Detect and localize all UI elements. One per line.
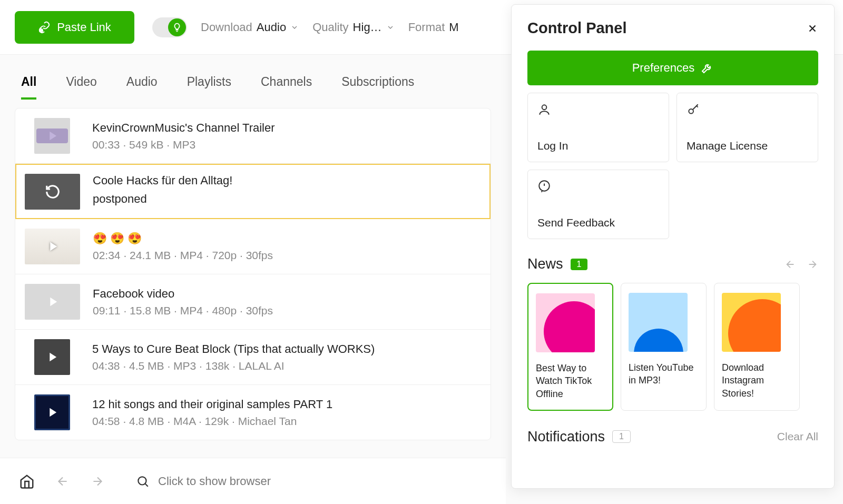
home-icon [19,473,35,489]
close-icon [807,23,818,34]
download-mode-select[interactable]: Download Audio [201,21,299,34]
wrench-icon [701,62,713,74]
item-meta: 02:34 · 24.1 MB · MP4 · 720p · 30fps [93,249,481,262]
link-icon [38,21,51,34]
retry-icon [45,184,61,200]
clear-all-button[interactable]: Clear All [777,430,818,443]
quality-label: Quality [312,21,348,34]
item-title: KevinCrownMusic's Channel Trailer [92,121,481,136]
item-subtitle: postponed [93,192,481,207]
license-label: Manage License [687,140,808,152]
play-icon [45,239,60,254]
preferences-label: Preferences [632,61,695,75]
chevron-down-icon [290,23,299,32]
preferences-button[interactable]: Preferences [527,51,818,85]
list-item[interactable]: Coole Hacks für den Alltag! postponed [15,164,491,219]
download-value: Audio [257,21,286,34]
panel-title: Control Panel [527,19,627,37]
play-icon [45,350,60,364]
news-card-text: Download Instagram Stories! [722,361,792,400]
item-body: KevinCrownMusic's Channel Trailer 00:33 … [92,121,481,152]
nav-forward-button[interactable] [91,475,104,488]
svg-point-3 [689,109,693,114]
feedback-card[interactable]: Send Feedback [527,170,669,239]
paste-link-button[interactable]: Paste Link [15,11,134,44]
thumbnail [34,394,70,430]
item-title: Facebook video [93,286,481,302]
notifications-title: Notifications [527,429,605,445]
item-meta: 04:38 · 4.5 MB · MP3 · 138k · LALAL AI [92,360,481,372]
format-label: Format [408,21,445,34]
thumbnail-retry[interactable] [25,174,80,210]
item-body: Coole Hacks für den Alltag! postponed [93,173,481,210]
arrow-left-icon [785,259,796,270]
news-card[interactable]: Download Instagram Stories! [714,283,800,411]
news-prev-button[interactable] [785,259,796,270]
item-meta: 09:11 · 15.8 MB · MP4 · 480p · 30fps [93,304,481,317]
item-meta: 00:33 · 549 kB · MP3 [92,139,481,151]
svg-point-1 [138,477,146,485]
format-value: M [449,21,458,34]
tab-channels[interactable]: Channels [261,75,312,100]
arrow-right-icon [807,259,818,270]
thumbnail [34,118,70,154]
search-icon [136,475,150,488]
key-icon [687,103,700,116]
feedback-label: Send Feedback [537,216,659,229]
arrow-left-icon [56,475,70,488]
download-label: Download [201,21,252,34]
list-item[interactable]: KevinCrownMusic's Channel Trailer 00:33 … [15,108,491,164]
login-label: Log In [537,140,659,152]
bottom-bar: Click to show browser [0,458,506,504]
news-next-button[interactable] [807,259,818,270]
item-body: 5 Ways to Cure Beat Block (Tips that act… [92,342,481,373]
news-card-text: Listen YouTube in MP3! [629,361,699,387]
control-panel: Control Panel Preferences Log In Manage … [511,4,835,489]
smart-mode-toggle[interactable] [152,17,187,37]
list-item[interactable]: Facebook video 09:11 · 15.8 MB · MP4 · 4… [15,274,491,330]
list-item[interactable]: 😍 😍 😍 02:34 · 24.1 MB · MP4 · 720p · 30f… [15,219,491,274]
tab-subscriptions[interactable]: Subscriptions [341,75,414,100]
tab-all[interactable]: All [21,75,36,100]
tab-audio[interactable]: Audio [126,75,158,100]
news-card[interactable]: Best Way to Watch TikTok Offline [527,283,613,411]
lightbulb-icon [172,22,182,33]
quality-select[interactable]: Quality Hig… [312,21,395,34]
play-icon [45,129,60,143]
browser-search[interactable]: Click to show browser [136,475,487,488]
play-icon [45,405,60,420]
news-card[interactable]: Listen YouTube in MP3! [621,283,707,411]
quality-value: Hig… [353,21,382,34]
item-body: 12 hit songs and their original samples … [92,397,481,428]
news-card-image [722,293,781,352]
news-card-text: Best Way to Watch TikTok Offline [536,362,605,400]
home-button[interactable] [19,473,35,489]
license-card[interactable]: Manage License [677,93,818,162]
item-title: 12 hit songs and their original samples … [92,397,481,412]
notifications-badge: 1 [612,430,631,443]
play-icon [45,294,60,309]
item-title: 5 Ways to Cure Beat Block (Tips that act… [92,342,481,357]
tab-playlists[interactable]: Playlists [187,75,231,100]
news-title: News [527,256,563,272]
news-badge: 1 [571,259,588,270]
format-select[interactable]: Format M [408,21,459,34]
thumbnail [34,339,70,375]
browser-placeholder: Click to show browser [158,475,271,488]
paste-link-label: Paste Link [57,21,111,34]
list-item[interactable]: 12 hit songs and their original samples … [15,385,491,440]
thumbnail [25,284,80,320]
item-title: Coole Hacks für den Alltag! [93,173,481,189]
item-body: Facebook video 09:11 · 15.8 MB · MP4 · 4… [93,286,481,318]
close-button[interactable] [807,23,818,34]
news-card-image [629,293,688,352]
download-list: KevinCrownMusic's Channel Trailer 00:33 … [15,108,491,440]
toggle-knob [168,18,186,36]
list-item[interactable]: 5 Ways to Cure Beat Block (Tips that act… [15,330,491,385]
tab-video[interactable]: Video [66,75,96,100]
nav-back-button[interactable] [56,475,70,488]
item-title: 😍 😍 😍 [93,231,481,246]
login-card[interactable]: Log In [527,93,669,162]
thumbnail [25,229,80,264]
news-card-image [536,293,595,352]
